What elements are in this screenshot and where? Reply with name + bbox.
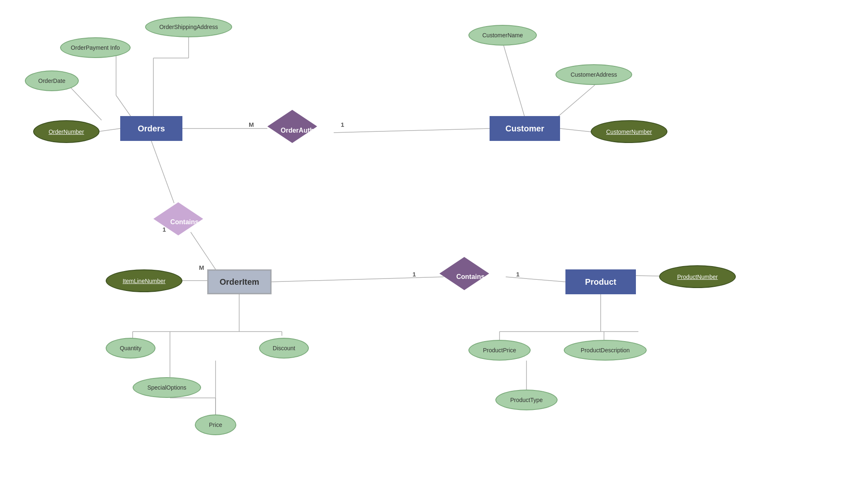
svg-line-9: [334, 128, 490, 133]
attr-price: Price: [195, 414, 236, 435]
attr-discount: Discount: [259, 338, 309, 359]
svg-line-16: [506, 277, 565, 282]
card-m-orderauthor: M: [249, 121, 254, 128]
diamond-contains1: [153, 202, 203, 235]
attr-ordershipping: OrderShippingAddress: [145, 17, 232, 37]
er-diagram: Orders Customer Product OrderItem OrderA…: [0, 0, 844, 504]
svg-line-10: [504, 46, 524, 116]
svg-line-17: [636, 276, 659, 276]
attr-productprice: ProductPrice: [468, 340, 531, 361]
card-1-contains2-right: 1: [516, 271, 519, 278]
card-m-contains1-bottom: M: [199, 264, 204, 271]
svg-line-0: [99, 128, 120, 131]
attr-productnumber: ProductNumber: [659, 265, 736, 288]
attr-customername: CustomerName: [468, 25, 537, 46]
svg-line-4: [116, 95, 131, 116]
card-1-contains1-top: 1: [162, 226, 166, 233]
attr-orderdate: OrderDate: [25, 70, 79, 91]
entity-orders: Orders: [120, 116, 182, 141]
svg-line-15: [272, 277, 444, 282]
attr-specialoptions: SpecialOptions: [133, 377, 201, 398]
diamond-orderauthor: [267, 110, 317, 143]
attr-customernumber: CustomerNumber: [591, 120, 667, 143]
attr-customeraddress: CustomerAddress: [555, 64, 632, 85]
attr-orderpayment: OrderPayment Info: [60, 37, 131, 58]
card-1-contains2-left: 1: [412, 271, 416, 278]
svg-line-13: [151, 141, 174, 203]
attr-productdesc: ProductDescription: [564, 340, 647, 361]
attr-itemlinenumber: ItemLineNumber: [106, 269, 182, 292]
relationship-contains2: Contains: [439, 257, 502, 297]
svg-line-12: [560, 128, 591, 132]
entity-orderitem: OrderItem: [207, 269, 272, 294]
connector-lines: [0, 0, 844, 504]
card-1-orderauthor: 1: [341, 121, 344, 128]
attr-quantity: Quantity: [106, 338, 155, 359]
entity-customer: Customer: [490, 116, 560, 141]
relationship-contains1: Contains: [153, 202, 216, 242]
attr-ordernumber: OrderNumber: [33, 120, 99, 143]
attr-producttype: ProductType: [495, 390, 558, 410]
entity-product: Product: [565, 269, 636, 294]
relationship-orderauthor: OrderAuthor: [267, 110, 334, 151]
diamond-contains2: [439, 257, 489, 290]
